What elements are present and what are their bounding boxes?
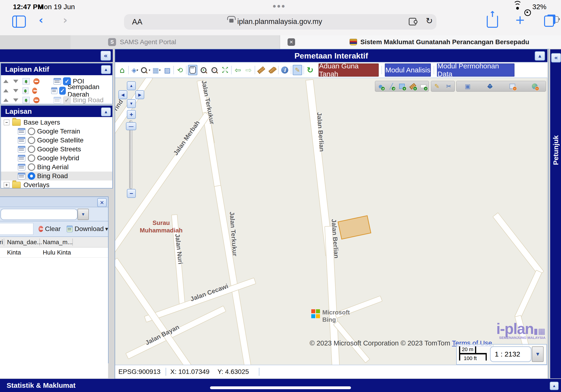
basemap-gallery-icon[interactable]: ▦▾ — [152, 65, 161, 75]
tab-iplan-active[interactable]: ✕ Sistem Maklumat Gunatanah Perancangan … — [280, 35, 561, 49]
back-icon[interactable]: ‹ — [39, 14, 43, 26]
base-layer-radio[interactable] — [28, 128, 35, 135]
zoom-out-icon[interactable]: − — [210, 65, 219, 75]
next-extent-icon[interactable]: ⇨ — [244, 65, 253, 75]
download-caret-icon[interactable]: ▼ — [105, 227, 108, 231]
sync-extent-icon[interactable]: ⟲ — [175, 65, 185, 75]
zoom-in-icon[interactable]: + — [199, 65, 208, 75]
pan-west-icon[interactable]: ◀ — [119, 90, 127, 99]
redline-edit-icon[interactable]: ✎ — [293, 65, 302, 75]
base-layer-radio[interactable] — [28, 163, 35, 171]
url-bar[interactable]: AA iplan.planmalaysia.gov.my ↻ — [124, 14, 436, 30]
close-panel-icon[interactable]: ✕ — [97, 198, 107, 207]
draw-measure-icon[interactable]: + — [409, 82, 417, 90]
ellipsis-menu-icon[interactable]: ●●● — [272, 2, 286, 10]
clear-graphics-icon[interactable]: − — [530, 82, 539, 90]
zoom-in-button[interactable]: + — [127, 110, 136, 119]
layer-properties-icon[interactable] — [54, 78, 61, 85]
deselect-icon[interactable]: − — [508, 82, 517, 90]
cut-scissors-icon[interactable]: ✂ — [444, 82, 453, 90]
clear-button[interactable]: Clear — [45, 225, 61, 233]
identify-info-icon[interactable]: i — [280, 65, 290, 75]
scale-dropdown-icon[interactable]: ▼ — [532, 346, 544, 362]
base-layer-radio[interactable] — [28, 137, 35, 144]
refresh-map-icon[interactable]: ↻ — [305, 65, 315, 75]
layer-properties-icon[interactable] — [18, 137, 25, 144]
share-icon[interactable]: ↑ — [487, 15, 498, 28]
column-header[interactable]: ri — [0, 239, 4, 246]
pan-tool-icon[interactable] — [188, 65, 197, 75]
measure-distance-icon[interactable] — [257, 65, 266, 75]
statistik-bar[interactable]: Statistik & Maklumat ▲ — [0, 379, 561, 392]
layer-properties-icon[interactable] — [18, 173, 25, 179]
base-layer-row[interactable]: Google Terrain — [1, 127, 112, 136]
move-layer-down-icon[interactable] — [13, 89, 18, 92]
aduan-guna-tanah-button[interactable]: Aduan Guna Tanah — [319, 64, 379, 76]
layers-menu-icon[interactable]: ◈▾ — [130, 65, 140, 75]
base-layer-radio[interactable] — [28, 145, 35, 153]
forward-icon[interactable]: › — [63, 14, 67, 26]
layer-properties-icon[interactable] — [18, 164, 25, 170]
tree-node-base-layers[interactable]: − Base Layers — [1, 118, 112, 127]
expand-petunjuk-icon[interactable]: « — [551, 53, 561, 63]
result-filter-input[interactable] — [0, 223, 33, 235]
collapse-map-icon[interactable]: ▲ — [535, 51, 545, 61]
previous-extent-icon[interactable]: ⇦ — [233, 65, 242, 75]
extensions-icon[interactable] — [409, 18, 416, 25]
base-layer-row[interactable]: Google Streets — [1, 145, 112, 154]
search-dropdown-icon[interactable]: ▼ — [77, 209, 89, 220]
zoom-slider-handle[interactable]: — — [126, 122, 136, 130]
map-overview-icon[interactable]: ▨ — [162, 65, 172, 75]
home-indicator[interactable] — [210, 386, 351, 389]
expand-node-icon[interactable]: + — [4, 182, 9, 188]
base-layer-radio[interactable] — [28, 154, 35, 162]
sidebar-toggle-icon[interactable] — [12, 15, 26, 28]
tab-close-icon[interactable]: ✕ — [288, 38, 295, 46]
download-button[interactable]: Download — [75, 225, 104, 233]
search-combobox[interactable] — [0, 209, 77, 220]
base-layer-row[interactable]: Google Satellite — [1, 136, 112, 145]
layer-checkbox[interactable]: ✓ — [59, 87, 66, 95]
pan-south-icon[interactable]: ▼ — [127, 99, 136, 108]
base-layer-radio-selected[interactable] — [28, 172, 35, 180]
base-layer-row-selected[interactable]: Bing Road — [1, 172, 112, 181]
pan-east-icon[interactable]: ▶ — [135, 90, 144, 99]
collapse-panel-icon[interactable]: ▲ — [101, 65, 111, 74]
layer-zoom-icon[interactable] — [22, 87, 28, 94]
layer-properties-icon[interactable] — [51, 87, 57, 94]
layer-properties-icon[interactable] — [18, 128, 25, 135]
draw-point-icon[interactable]: ●+ — [376, 82, 385, 90]
layer-properties-icon[interactable] — [18, 155, 25, 162]
column-header[interactable]: Nama_m... — [40, 239, 73, 246]
search-menu-icon[interactable]: ▾ — [141, 65, 150, 75]
draw-line-icon[interactable]: ╱+ — [387, 82, 395, 90]
modul-permohonan-data-button[interactable]: Modul Permohonan Data — [437, 64, 515, 76]
remove-layer-icon[interactable] — [33, 97, 40, 103]
measure-area-icon[interactable] — [267, 65, 277, 75]
tab-sams-agent-portal[interactable]: S SAMS Agent Portal — [70, 35, 280, 49]
remove-layer-icon[interactable] — [32, 88, 37, 94]
home-extent-icon[interactable]: ⌂ — [118, 65, 127, 75]
move-layer-up-icon[interactable] — [3, 80, 9, 83]
base-layer-row[interactable]: Google Hybrid — [1, 154, 112, 163]
full-extent-icon[interactable]: ↖↗↙↘ — [220, 65, 230, 75]
modul-analisis-button[interactable]: Modul Analisis — [385, 64, 431, 76]
petunjuk-panel-tab[interactable]: « Petunjuk — [550, 49, 561, 378]
layer-properties-icon[interactable] — [18, 146, 25, 152]
table-row[interactable]: Kinta Hulu Kinta — [0, 248, 108, 258]
edit-pencil-icon[interactable]: ✎ — [433, 82, 441, 90]
layer-zoom-icon[interactable] — [22, 97, 30, 103]
tree-node-overlays[interactable]: + Overlays — [1, 181, 112, 189]
collapse-sidebar-icon[interactable]: « — [101, 51, 111, 61]
collapse-node-icon[interactable]: − — [4, 120, 9, 125]
reader-button[interactable]: AA — [132, 17, 142, 26]
move-layer-down-icon[interactable] — [13, 98, 18, 102]
pan-north-icon[interactable]: ▲ — [127, 81, 136, 90]
select-feature-icon[interactable]: ▣ — [464, 82, 472, 90]
draw-label-icon[interactable]: + — [419, 82, 428, 90]
move-layer-up-icon[interactable] — [3, 98, 9, 102]
move-layer-down-icon[interactable] — [13, 80, 18, 83]
selected-parcel-polygon[interactable] — [338, 215, 371, 240]
remove-layer-icon[interactable] — [33, 78, 40, 84]
new-tab-icon[interactable]: + — [515, 13, 525, 27]
